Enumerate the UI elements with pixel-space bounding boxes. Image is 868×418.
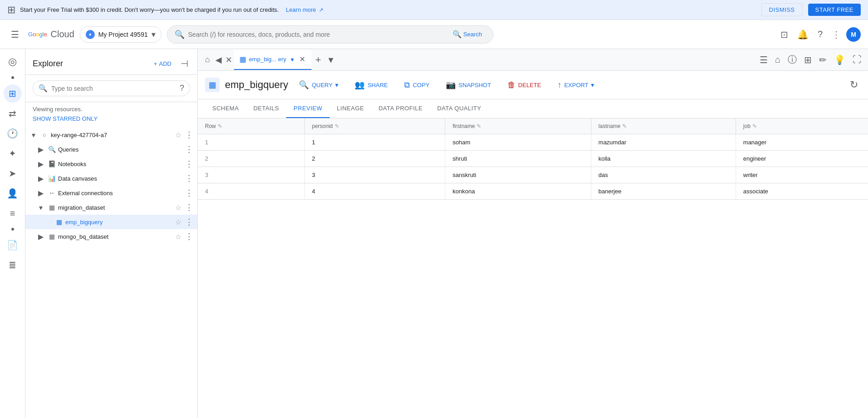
refresh-button[interactable]: ↻ [847,76,861,93]
tree-item-migration-dataset[interactable]: ▾ ▦ migration_dataset ☆ ⋮ [25,200,197,215]
global-search-bar[interactable]: 🔍 🔍 Search [167,25,493,44]
sidebar-item-transfers[interactable]: ⇄ [4,104,22,123]
more-options-button[interactable]: ⋮ [828,25,844,44]
dataset-icon: ▦ [47,232,56,241]
terminal-button[interactable]: ⊡ [777,25,792,44]
col-job-edit-icon[interactable]: ✎ [752,123,757,129]
tab-details[interactable]: DETAILS [246,99,287,118]
header-icons: ⊡ 🔔 ? ⋮ M [777,25,861,44]
star-icon[interactable]: ☆ [174,217,183,226]
sidebar-icon-bigquery[interactable]: ◎ [4,53,22,71]
sidebar-item-pipelines[interactable]: ➤ [4,164,22,182]
tree-item-label: External connections [58,190,183,197]
share-action-button[interactable]: 👥 SHARE [349,77,393,93]
toolbar-grid-button[interactable]: ⊞ [801,52,814,68]
tab-schema[interactable]: SCHEMA [205,99,246,118]
tree-item-external-connections[interactable]: ▶ ↔ External connections ⋮ [25,186,197,200]
tab-dropdown-icon[interactable]: ▾ [289,54,296,65]
search-input[interactable] [188,31,445,38]
collapse-button[interactable]: ⊣ [179,56,190,71]
tree-item-label: Notebooks [58,161,183,167]
search-button[interactable]: 🔍 Search [449,28,486,40]
home-tab[interactable]: ⌂ [201,51,214,68]
home-tab-close[interactable]: ✕ [224,53,234,67]
more-options-icon[interactable]: ⋮ [185,174,194,183]
add-button[interactable]: + ADD [150,58,175,70]
search-icon: 🔍 [175,30,185,39]
more-options-icon[interactable]: ⋮ [185,130,194,139]
tab-close-button[interactable]: ✕ [298,54,306,64]
col-job-label: job [743,123,751,129]
more-options-icon[interactable]: ⋮ [185,217,194,226]
start-free-button[interactable]: START FREE [808,4,861,16]
star-icon[interactable]: ☆ [174,232,183,241]
tab-emp-bigquery[interactable]: ▦ emp_big... ery ▾ ✕ [234,50,312,70]
col-row-edit-icon[interactable]: ✎ [218,123,222,129]
connection-icon: ↔ [47,188,56,197]
delete-action-button[interactable]: 🗑 DELETE [502,78,547,93]
col-firstname-edit-icon[interactable]: ✎ [477,123,481,129]
sidebar-item-explorer[interactable]: ⊞ [4,84,22,103]
toolbar-bulb-button[interactable]: 💡 [831,52,848,68]
search-help-button[interactable]: ? [180,84,184,93]
toolbar-pin-button[interactable]: ⌂ [772,52,783,68]
sidebar-item-history[interactable]: 🕐 [4,124,22,143]
tab-lineage[interactable]: LINEAGE [330,99,371,118]
toolbar-list-button[interactable]: ☰ [757,52,770,68]
more-options-icon[interactable]: ⋮ [185,203,194,212]
table-item-icon: ▦ [54,217,63,226]
notification-button[interactable]: 🔔 [794,25,812,44]
tree-item-queries[interactable]: ▶ 🔍 Queries ⋮ [25,142,197,157]
copy-action-button[interactable]: ⧉ COPY [399,78,435,93]
explorer-search-inner[interactable]: 🔍 ? [33,80,190,96]
sidebar-item-admin[interactable]: 👤 [4,184,22,202]
query-action-button[interactable]: 🔍 QUERY ▾ [293,77,344,93]
tab-nav-back[interactable]: ◀ [214,53,224,67]
sidebar-item-filter[interactable]: ≡ [4,204,22,222]
tab-preview[interactable]: PREVIEW [286,99,329,118]
more-options-icon[interactable]: ⋮ [185,159,194,168]
snapshot-action-button[interactable]: 📷 SNAPSHOT [440,77,497,93]
table-body: 11sohammazumdarmanager22shrutikollaengin… [198,134,868,200]
star-icon[interactable]: ☆ [174,130,183,139]
cell-job: writer [736,167,868,183]
more-options-icon[interactable]: ⋮ [185,188,194,197]
more-options-icon[interactable]: ⋮ [185,145,194,154]
sidebar-item-bottom[interactable]: ≣ [4,256,22,274]
fullscreen-icon: ⛶ [853,54,862,65]
more-options-icon[interactable]: ⋮ [185,232,194,241]
toolbar-fullscreen-button[interactable]: ⛶ [850,52,864,68]
google-logo: Google [28,31,47,38]
tree-item-notebooks[interactable]: ▶ 📓 Notebooks ⋮ [25,157,197,171]
explorer-search-input[interactable] [51,85,176,92]
toolbar-edit-button[interactable]: ✏ [816,52,829,68]
tab-data-quality[interactable]: DATA QUALITY [430,99,488,118]
sidebar-item-ml[interactable]: ✦ [4,144,22,162]
transfer-icon: ⇄ [9,108,16,119]
tab-more-button[interactable]: ▾ [325,52,337,68]
project-selector[interactable]: ● My Project 49591 ▾ [80,26,161,43]
tab-data-profile[interactable]: DATA PROFILE [371,99,430,118]
export-action-button[interactable]: ↑ EXPORT ▾ [552,78,600,93]
share-label: SHARE [367,82,388,89]
avatar[interactable]: M [846,27,861,42]
table-head: Row ✎ personid ✎ firstna [198,118,868,134]
col-personid-edit-icon[interactable]: ✎ [335,123,339,129]
col-lastname-edit-icon[interactable]: ✎ [622,123,627,129]
help-button[interactable]: ? [814,25,826,43]
show-starred-link[interactable]: SHOW STARRED ONLY [25,114,197,126]
tab-item-label: emp_big... ery [249,56,286,63]
dismiss-button[interactable]: DISMISS [761,3,803,16]
toolbar-info-button[interactable]: ⓘ [785,51,800,69]
hamburger-menu-button[interactable]: ☰ [7,25,23,44]
cell-firstname: konkona [445,183,591,200]
sidebar-item-document[interactable]: 📄 [4,236,22,254]
add-tab-button[interactable]: + [312,52,325,68]
tree-item-mongo-bq[interactable]: ▶ ▦ mongo_bq_dataset ☆ ⋮ [25,229,197,244]
tree-item-key-range[interactable]: ▾ ○ key-range-427704-a7 ☆ ⋮ [25,128,197,142]
star-icon[interactable]: ☆ [174,203,183,212]
logo: Google Cloud [28,29,74,39]
tree-item-data-canvases[interactable]: ▶ 📊 Data canvases ⋮ [25,171,197,186]
tree-item-emp-bigquery[interactable]: ▦ emp_bigquery ☆ ⋮ [25,215,197,229]
learn-more-link[interactable]: Learn more [286,6,316,13]
